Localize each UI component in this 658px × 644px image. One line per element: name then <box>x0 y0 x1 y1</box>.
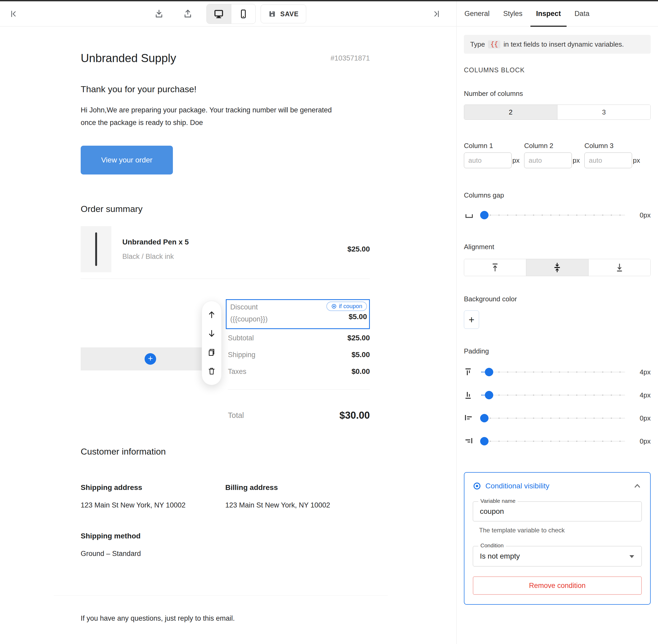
column-1-width-input[interactable] <box>464 153 512 168</box>
hint-suffix: in text fields to insert dynamic variabl… <box>503 40 624 48</box>
download-icon[interactable] <box>154 9 164 19</box>
email-footer-text: If you have any questions, just reply to… <box>81 614 235 622</box>
shipping-row: Shipping $5.00 <box>228 349 370 360</box>
background-color-label: Background color <box>464 295 651 303</box>
taxes-label: Taxes <box>228 368 246 376</box>
product-price: $25.00 <box>347 245 370 253</box>
padding-bottom-icon <box>464 390 475 400</box>
upload-icon[interactable] <box>183 9 193 19</box>
product-variant: Black / Black ink <box>122 253 189 261</box>
section-title: COLUMNS BLOCK <box>464 66 651 74</box>
view-order-button[interactable]: View your order <box>81 146 173 175</box>
tab-data[interactable]: Data <box>574 1 589 26</box>
condition-chip-label: if coupon <box>339 303 362 310</box>
column-2-unit: px <box>572 156 580 164</box>
variable-name-label: Variable name <box>478 498 518 504</box>
padding-bottom-slider[interactable] <box>481 395 625 395</box>
align-top-button[interactable] <box>464 259 526 276</box>
block-actions-toolbar <box>202 301 221 385</box>
condition-chip[interactable]: if coupon <box>326 302 367 311</box>
columns-gap-slider[interactable] <box>481 215 625 215</box>
align-middle-button[interactable] <box>526 259 588 276</box>
padding-left-value: 0px <box>632 414 651 422</box>
number-of-columns-toggle: 2 3 <box>464 105 651 120</box>
conditional-visibility-card: Conditional visibility Variable name The… <box>464 472 651 605</box>
subtotal-row: Subtotal $25.00 <box>228 333 370 343</box>
email-heading: Thank you for your purchase! <box>81 84 370 94</box>
condition-select[interactable]: Condition Is not empty <box>473 546 642 567</box>
tab-styles[interactable]: Styles <box>503 1 522 26</box>
slider-thumb[interactable] <box>480 437 489 445</box>
taxes-value: $0.00 <box>352 367 370 376</box>
align-bottom-button[interactable] <box>588 259 651 276</box>
padding-right-icon <box>464 437 475 446</box>
padding-right-value: 0px <box>632 437 651 445</box>
add-block-button[interactable]: + <box>145 353 156 365</box>
alignment-label: Alignment <box>464 243 651 251</box>
shipping-method-title: Shipping method <box>81 532 370 540</box>
billing-address-block: Billing address 123 Main St New York, NY… <box>225 483 370 509</box>
order-number: #103571871 <box>331 54 370 62</box>
product-image <box>81 226 111 272</box>
tab-general[interactable]: General <box>465 1 490 26</box>
chevron-up-icon[interactable] <box>633 482 642 490</box>
column-3-unit: px <box>633 156 640 164</box>
save-button[interactable]: SAVE <box>261 4 306 23</box>
number-of-columns-label: Number of columns <box>464 90 651 98</box>
columns-option-2[interactable]: 2 <box>464 105 558 119</box>
mobile-preview-button[interactable] <box>231 4 256 24</box>
padding-top-slider[interactable] <box>481 372 625 372</box>
column-3-label: Column 3 <box>584 142 644 150</box>
slider-thumb[interactable] <box>485 391 493 399</box>
move-down-icon[interactable] <box>206 328 217 339</box>
eye-icon <box>331 303 337 309</box>
variable-name-field: Variable name <box>473 502 642 521</box>
editor-pane: SAVE Unbranded Supply #103571871 Thank y… <box>0 1 456 644</box>
collapse-left-panel-icon[interactable] <box>9 9 18 18</box>
padding-top-value: 4px <box>632 368 651 376</box>
columns-option-3[interactable]: 3 <box>558 105 651 119</box>
inspector-panel: General Styles Inspect Data Type {{ in t… <box>456 1 658 644</box>
empty-column-placeholder[interactable] <box>81 347 202 370</box>
total-value: $30.00 <box>339 410 370 421</box>
padding-right-slider[interactable] <box>481 441 625 441</box>
discount-label: Discount <box>230 303 258 311</box>
desktop-preview-button[interactable] <box>207 4 231 24</box>
padding-label: Padding <box>464 347 651 355</box>
add-background-color-button[interactable]: + <box>464 310 479 329</box>
column-2-label: Column 2 <box>524 142 584 150</box>
alignment-toggle <box>464 259 651 276</box>
total-row: Total $30.00 <box>228 410 370 421</box>
padding-left-slider[interactable] <box>481 418 625 418</box>
shipping-address-title: Shipping address <box>81 483 225 492</box>
condition-value: Is not empty <box>473 546 641 566</box>
shipping-address-line: 123 Main St New York, NY 10002 <box>81 501 225 509</box>
slider-thumb[interactable] <box>480 211 489 219</box>
columns-gap-icon <box>464 210 475 220</box>
email-canvas: Unbranded Supply #103571871 Thank you fo… <box>81 26 370 558</box>
move-up-icon[interactable] <box>206 309 217 320</box>
total-label: Total <box>228 411 244 420</box>
duplicate-icon[interactable] <box>206 347 217 358</box>
shipping-label: Shipping <box>228 351 255 359</box>
variable-name-helper: The template variable to check <box>473 527 642 534</box>
discount-block-selected[interactable]: Discount ({{coupon}}) if coupon $5.00 <box>226 299 370 329</box>
column-3-width-input[interactable] <box>584 153 632 168</box>
editor-toolbar: SAVE <box>0 1 456 26</box>
delete-icon[interactable] <box>206 366 217 376</box>
column-2-width-input[interactable] <box>524 153 572 168</box>
variable-name-input[interactable] <box>473 502 641 521</box>
hint-code-chip: {{ <box>488 40 500 48</box>
caret-down-icon <box>630 555 634 558</box>
subtotal-value: $25.00 <box>347 334 370 342</box>
collapse-right-panel-icon[interactable] <box>432 9 441 18</box>
visibility-eye-icon <box>473 482 481 490</box>
discount-variable: ({{coupon}}) <box>230 315 268 323</box>
slider-thumb[interactable] <box>485 368 493 376</box>
product-name: Unbranded Pen x 5 <box>122 238 189 246</box>
slider-thumb[interactable] <box>480 414 489 422</box>
remove-condition-button[interactable]: Remove condition <box>473 576 642 595</box>
tab-inspect[interactable]: Inspect <box>536 1 561 26</box>
customer-info-title: Customer information <box>81 446 370 457</box>
hint-prefix: Type <box>470 40 485 48</box>
